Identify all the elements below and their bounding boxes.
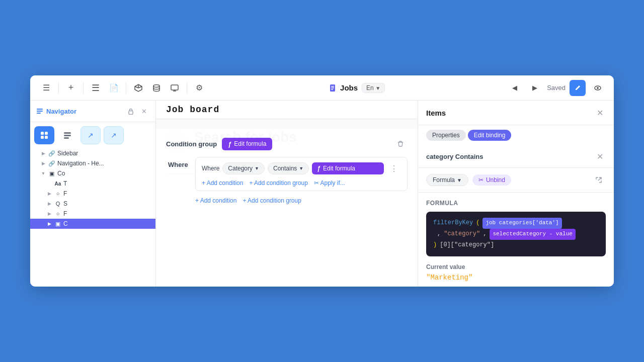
formula-section-title: Formula: [426, 200, 606, 207]
condition-group-row: Condition group ƒ Edit formula: [166, 137, 408, 151]
tree-arrow-s: ▶: [46, 201, 52, 207]
panel-title: Items: [426, 109, 594, 117]
category-contains-title: category Contains: [426, 153, 590, 160]
main-area: Navigator ✕: [30, 101, 614, 287]
add-icon[interactable]: +: [63, 80, 79, 96]
category-dropdown[interactable]: Category ▼: [222, 162, 265, 174]
tree-item-co[interactable]: ▼ ▣ Co: [30, 168, 155, 178]
f-chip1[interactable]: job categories['data']: [482, 218, 561, 229]
navigator-icon: [36, 108, 43, 115]
tree-icon-co: ▣: [48, 170, 55, 177]
navigator-header-icons: ✕: [125, 106, 149, 117]
tree-label-navigation: Navigation - He...: [57, 160, 104, 167]
app-window: ☰ + ☰ 📄: [30, 75, 614, 287]
toolbar: ☰ + ☰ 📄: [30, 75, 614, 101]
formula-block: filterByKey ( job categories['data'] , "…: [426, 212, 606, 256]
toolbar-center: Jobs En ▼: [211, 83, 503, 93]
tree-item-sidebar[interactable]: ▶ 🔗 Sidebar: [30, 148, 155, 158]
expand-formula-btn[interactable]: [592, 173, 606, 187]
close-navigator-icon[interactable]: ✕: [138, 106, 149, 117]
formula-select[interactable]: Formula ▼: [426, 174, 468, 186]
more-options-btn[interactable]: ⋮: [387, 161, 401, 175]
where-inner-tag: Where: [202, 165, 219, 172]
svg-rect-1: [171, 85, 178, 90]
items-tab-edit[interactable]: Edit binding: [468, 130, 512, 141]
svg-rect-3: [331, 86, 334, 87]
nav-tab-arrow2[interactable]: ↗: [104, 126, 124, 144]
panel-header: Items ✕: [418, 101, 614, 125]
tree-label-c: C: [63, 220, 68, 227]
items-tabs-row: Properties Edit binding: [418, 125, 614, 145]
f-paren-open: (: [476, 218, 479, 229]
tree-item-c-active[interactable]: ▶ ▣ C: [30, 219, 155, 229]
next-button[interactable]: ▶: [527, 80, 543, 96]
svg-rect-9: [37, 111, 43, 112]
tree-arrow: ▶: [40, 150, 46, 156]
contains-dropdown[interactable]: Contains ▼: [268, 162, 309, 174]
nav-tab-arrow1[interactable]: ↗: [80, 126, 101, 144]
close-category-btn[interactable]: ✕: [594, 150, 606, 162]
nav-tab-grid[interactable]: [34, 126, 54, 144]
database-icon[interactable]: [148, 80, 165, 96]
close-panel-btn[interactable]: ✕: [594, 107, 606, 119]
tree-item-f1[interactable]: ▶ ○ F: [30, 189, 155, 199]
lang-selector[interactable]: En ▼: [362, 83, 385, 93]
f-index: [0]["category"]: [440, 240, 494, 251]
doc-icon[interactable]: 📄: [106, 80, 122, 96]
navigator-header: Navigator ✕: [30, 101, 155, 122]
svg-rect-8: [37, 109, 43, 110]
apply-if-link[interactable]: ✂ Apply if...: [314, 179, 345, 187]
add-condition-link[interactable]: + Add condition: [202, 179, 243, 187]
nav-tab-list[interactable]: [57, 126, 77, 144]
tree-icon: 🔗: [48, 150, 55, 157]
navigator-title: Navigator: [46, 108, 122, 115]
svg-rect-15: [45, 136, 48, 139]
right-panel: Items ✕ Properties Edit binding category…: [418, 101, 614, 287]
outer-actions: + Add condition + Add condition group: [166, 197, 408, 204]
preview-button[interactable]: [590, 80, 606, 96]
menu-icon[interactable]: ☰: [38, 80, 54, 96]
canvas-header: Job board: [156, 101, 418, 119]
delete-condition-group-btn[interactable]: [393, 137, 408, 151]
prev-button[interactable]: ◀: [507, 80, 523, 96]
tree-icon-search: Q: [54, 200, 61, 207]
tree-item-s[interactable]: ▶ Q S: [30, 199, 155, 209]
component-icon[interactable]: [130, 80, 146, 96]
edit-button[interactable]: [570, 80, 586, 96]
edit-formula-btn[interactable]: ƒ Edit formula: [222, 138, 272, 150]
svg-rect-12: [41, 132, 44, 135]
screen-icon[interactable]: [167, 80, 183, 96]
outer-add-condition-link[interactable]: + Add condition: [195, 197, 236, 204]
lock-icon[interactable]: [125, 106, 136, 117]
svg-rect-4: [331, 87, 334, 88]
f-string1: "category": [444, 229, 480, 240]
formula-input-box[interactable]: ƒ Edit formula: [312, 162, 384, 174]
tree-item-f2[interactable]: ▶ ○ F: [30, 209, 155, 219]
where-section: Where Where Category ▼ Contains ▼: [166, 157, 408, 191]
tree-label-f2: F: [63, 210, 67, 217]
current-value: "Marketing": [426, 274, 606, 282]
svg-rect-17: [64, 135, 71, 136]
divider-2: [83, 82, 84, 94]
svg-rect-5: [331, 89, 333, 90]
condition-overlay: Condition group ƒ Edit formula Where: [156, 129, 418, 287]
items-tab-1[interactable]: Properties: [426, 130, 466, 141]
outer-add-condition-group-link[interactable]: + Add condition group: [243, 197, 301, 204]
settings-icon[interactable]: ⚙: [191, 80, 207, 96]
tree-arrow-t: [46, 180, 52, 187]
formula-line-2: , "category" , selectedCategory - value: [433, 229, 599, 240]
svg-point-7: [597, 87, 599, 89]
add-condition-group-link[interactable]: + Add condition group: [249, 179, 307, 187]
condition-box: Where Category ▼ Contains ▼ ƒ: [195, 157, 408, 191]
unbind-button[interactable]: ✂ Unbind: [472, 174, 511, 186]
tree-item-t[interactable]: Aa T: [30, 178, 155, 189]
category-contains-header: category Contains ✕: [418, 145, 614, 168]
tree-label-t: T: [63, 180, 67, 187]
divider-4: [187, 82, 187, 94]
toolbar-left: ☰ + ☰ 📄: [38, 80, 207, 96]
f-chip2[interactable]: selectedCategory - value: [490, 229, 575, 240]
list-icon[interactable]: ☰: [88, 80, 104, 96]
navigator-tabs: ↗ ↗: [30, 122, 155, 146]
svg-point-0: [153, 84, 159, 87]
tree-item-navigation[interactable]: ▶ 🔗 Navigation - He...: [30, 158, 155, 168]
